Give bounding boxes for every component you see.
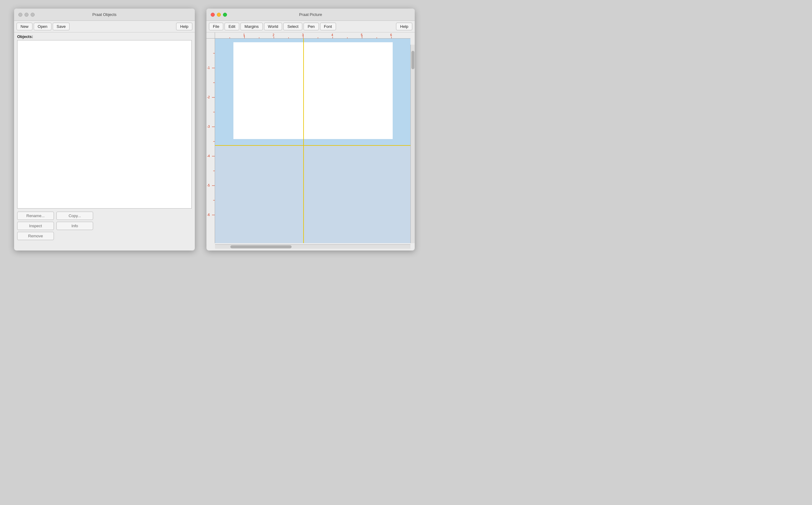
- yellow-vertical-line: [303, 39, 304, 243]
- save-button[interactable]: Save: [53, 23, 70, 30]
- yellow-horizontal-line: [215, 145, 411, 146]
- canvas-area: 1 2 3 4 5 6: [206, 32, 415, 249]
- picture-minimize-button[interactable]: [217, 13, 221, 17]
- picture-help-button[interactable]: Help: [396, 23, 412, 30]
- info-button[interactable]: Info: [56, 222, 93, 230]
- maximize-button[interactable]: [31, 13, 35, 17]
- svg-text:5: 5: [361, 33, 363, 37]
- picture-titlebar: Praat Picture: [206, 9, 415, 21]
- ruler-top: 1 2 3 4 5 6: [215, 32, 411, 39]
- rename-button[interactable]: Rename...: [17, 212, 54, 220]
- objects-help-button[interactable]: Help: [176, 23, 192, 30]
- btn-row-1: Rename... Copy...: [17, 212, 192, 220]
- open-button[interactable]: Open: [34, 23, 51, 30]
- scrollbar-h-thumb[interactable]: [230, 245, 292, 248]
- top-ruler-svg: 1 2 3 4 5 6: [215, 32, 411, 39]
- new-button[interactable]: New: [17, 23, 32, 30]
- svg-text:4: 4: [331, 33, 333, 37]
- objects-titlebar: Praat Objects: [14, 9, 195, 21]
- font-menu[interactable]: Font: [320, 23, 336, 30]
- close-button[interactable]: [18, 13, 22, 17]
- vertical-scrollbar[interactable]: [411, 45, 415, 243]
- picture-maximize-button[interactable]: [223, 13, 227, 17]
- scrollbar-v-thumb[interactable]: [412, 51, 415, 69]
- svg-text:-4: -4: [207, 154, 210, 158]
- margins-menu[interactable]: Margins: [240, 23, 263, 30]
- picture-close-button[interactable]: [211, 13, 215, 17]
- svg-text:-3: -3: [207, 125, 210, 128]
- praat-objects-window: Praat Objects New Open Save Help Objects…: [14, 9, 195, 250]
- picture-menubar: File Edit Margins World Select Pen Font …: [206, 21, 415, 32]
- ruler-corner: [206, 32, 215, 39]
- select-menu[interactable]: Select: [283, 23, 302, 30]
- remove-button[interactable]: Remove: [17, 232, 54, 240]
- edit-menu[interactable]: Edit: [224, 23, 239, 30]
- white-paper: [233, 42, 393, 139]
- pen-menu[interactable]: Pen: [304, 23, 319, 30]
- praat-picture-window: Praat Picture File Edit Margins World Se…: [206, 9, 415, 250]
- left-ruler-svg: -1 -2 -3 -4 -5 -6: [206, 39, 215, 243]
- file-menu[interactable]: File: [209, 23, 223, 30]
- svg-text:-5: -5: [207, 184, 210, 187]
- btn-row-2: Inspect Info: [17, 222, 192, 230]
- svg-text:6: 6: [390, 33, 392, 37]
- svg-text:3: 3: [302, 33, 304, 37]
- svg-text:-1: -1: [207, 66, 210, 69]
- svg-text:2: 2: [273, 33, 275, 37]
- minimize-button[interactable]: [24, 13, 28, 17]
- picture-traffic-lights: [211, 13, 227, 17]
- btn-row-3: Remove: [17, 232, 192, 240]
- drawing-area[interactable]: [215, 39, 411, 243]
- bottom-buttons: Rename... Copy... Inspect Info Remove: [14, 208, 195, 242]
- horizontal-scrollbar[interactable]: [215, 244, 411, 249]
- objects-toolbar: New Open Save Help: [14, 21, 195, 32]
- ruler-left: -1 -2 -3 -4 -5 -6: [206, 39, 215, 243]
- svg-text:-6: -6: [207, 213, 210, 216]
- inspect-button[interactable]: Inspect: [17, 222, 54, 230]
- picture-window-title: Praat Picture: [299, 12, 322, 17]
- traffic-lights: [18, 13, 35, 17]
- objects-label: Objects:: [14, 32, 195, 40]
- svg-text:1: 1: [243, 33, 245, 37]
- objects-list[interactable]: [17, 40, 192, 208]
- copy-button[interactable]: Copy...: [56, 212, 93, 220]
- svg-text:-2: -2: [207, 96, 210, 99]
- objects-window-title: Praat Objects: [93, 12, 117, 17]
- world-menu[interactable]: World: [264, 23, 282, 30]
